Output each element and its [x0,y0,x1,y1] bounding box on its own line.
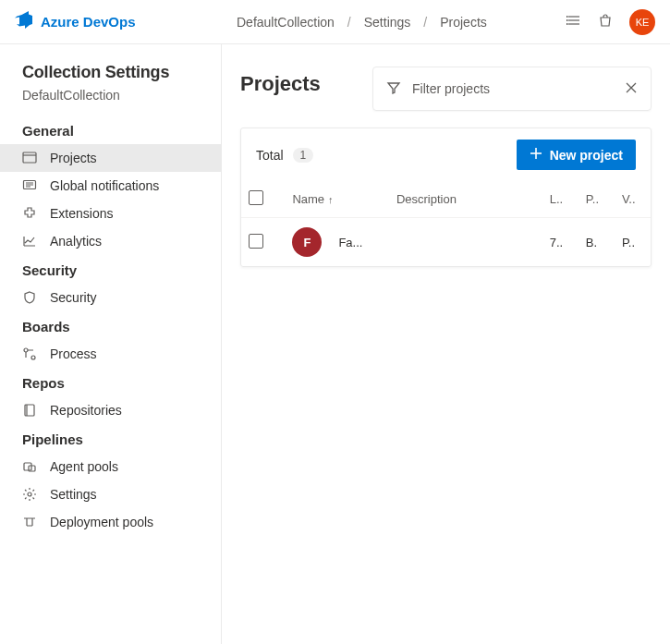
sidebar: Collection Settings DefaultCollection Ge… [0,44,222,644]
svg-point-3 [566,17,567,18]
sidebar-item-repositories[interactable]: Repositories [0,396,221,424]
sidebar-item-label: Extensions [50,206,113,221]
column-header-process[interactable]: P.. [579,181,615,218]
sidebar-item-label: Process [50,346,97,361]
column-header-visibility[interactable]: V.. [615,181,651,218]
column-header-name[interactable]: Name↑ [285,181,389,218]
breadcrumb-item[interactable]: DefaultCollection [237,15,335,30]
repo-icon [22,403,37,418]
breadcrumb: DefaultCollection / Settings / Projects [222,15,566,30]
svg-point-5 [566,24,567,25]
notifications-icon [22,178,37,193]
table-row[interactable]: F Fa... 7.. B. P.. [241,218,651,267]
filter-icon [386,80,401,98]
svg-point-4 [566,20,567,21]
svg-point-15 [28,492,31,496]
plus-icon [530,147,542,163]
sidebar-item-label: Agent pools [50,459,118,474]
sidebar-item-analytics[interactable]: Analytics [0,227,221,255]
sidebar-item-label: Repositories [50,403,122,418]
extensions-icon [22,206,37,221]
breadcrumb-item[interactable]: Projects [440,15,487,30]
sidebar-group-security: Security [0,255,221,284]
filter-projects-box[interactable] [372,67,652,111]
sidebar-item-label: Analytics [50,234,102,249]
svg-rect-6 [23,152,36,163]
sidebar-group-repos: Repos [0,368,221,396]
count-badge: 1 [293,148,314,163]
list-icon[interactable] [566,13,581,30]
process-icon [22,346,37,361]
project-visibility: P.. [615,218,651,267]
product-name: Azure DevOps [41,14,136,30]
sort-arrow-icon: ↑ [328,194,334,205]
main-content: Projects Total 1 [222,44,670,644]
sidebar-title: Collection Settings [0,63,221,86]
sidebar-item-pipeline-settings[interactable]: Settings [0,480,221,508]
breadcrumb-separator: / [347,15,351,30]
azure-devops-icon [15,11,33,32]
sidebar-group-pipelines: Pipelines [0,424,221,453]
user-avatar[interactable]: KE [629,9,655,35]
breadcrumb-item[interactable]: Settings [364,15,411,30]
project-avatar: F [292,227,322,257]
sidebar-item-label: Security [50,290,97,305]
breadcrumb-separator: / [423,15,427,30]
column-header-last-update[interactable]: L.. [542,181,579,218]
agent-icon [22,459,37,474]
project-name: Fa... [338,236,362,249]
sidebar-group-boards: Boards [0,311,221,340]
global-header: Azure DevOps DefaultCollection / Setting… [0,0,670,44]
new-project-button[interactable]: New project [517,140,636,170]
projects-table-card: Total 1 New project Name↑ Description [240,128,652,267]
sidebar-subtitle: DefaultCollection [0,86,221,115]
checkbox-icon[interactable] [249,190,263,205]
svg-point-9 [24,348,28,352]
shopping-bag-icon[interactable] [598,13,613,30]
analytics-icon [22,234,37,249]
sidebar-item-agent-pools[interactable]: Agent pools [0,453,221,480]
column-header-select[interactable] [241,181,285,218]
sidebar-item-label: Projects [50,151,97,165]
deployment-icon [22,515,37,529]
sidebar-item-deployment-pools[interactable]: Deployment pools [0,508,221,536]
sidebar-item-global-notifications[interactable]: Global notifications [0,172,221,200]
header-actions: KE [566,9,655,35]
projects-icon [22,151,37,165]
sidebar-item-process[interactable]: Process [0,340,221,368]
sidebar-item-projects[interactable]: Projects [0,144,221,172]
sidebar-item-label: Global notifications [50,178,159,193]
product-logo[interactable]: Azure DevOps [15,11,222,32]
project-description [389,218,542,267]
total-count: Total 1 [256,148,313,163]
project-process[interactable]: B. [579,218,615,267]
row-checkbox[interactable] [249,234,263,249]
svg-point-10 [31,356,35,359]
close-icon[interactable] [625,81,638,97]
column-header-description[interactable]: Description [389,181,542,218]
sidebar-group-general: General [0,115,221,144]
shield-icon [22,290,37,305]
sidebar-item-security[interactable]: Security [0,284,221,311]
projects-table: Name↑ Description L.. P.. V.. F Fa... [241,181,651,266]
sidebar-item-label: Settings [50,487,97,502]
gear-icon [22,487,37,502]
sidebar-item-extensions[interactable]: Extensions [0,200,221,227]
svg-rect-13 [24,463,31,470]
sidebar-item-label: Deployment pools [50,515,153,529]
project-last-update: 7.. [542,218,579,267]
page-title: Projects [240,67,321,96]
filter-input[interactable] [412,81,614,96]
